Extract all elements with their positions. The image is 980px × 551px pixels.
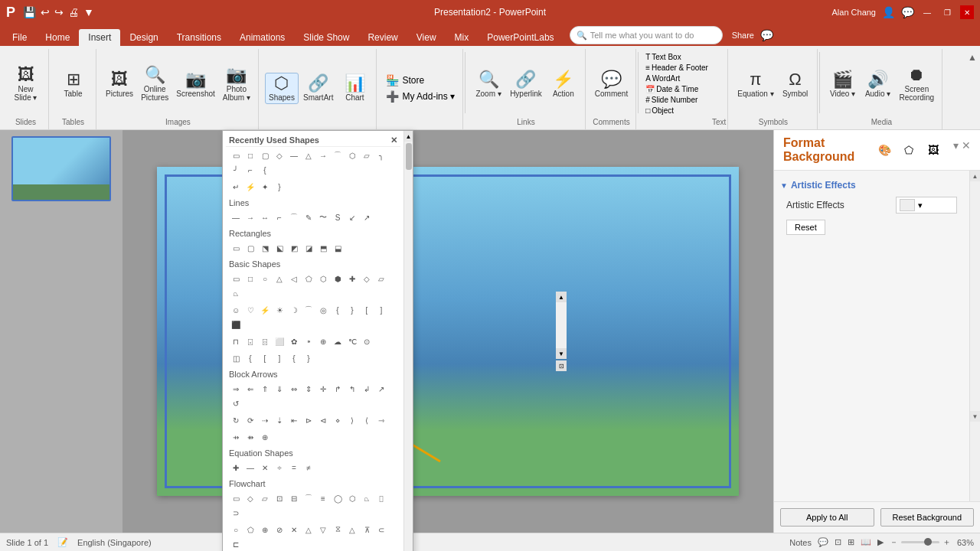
bs-oct[interactable]: ⬢ <box>331 272 345 285</box>
canvas-zoom-fit[interactable]: ⊡ <box>556 360 567 371</box>
eq-equal[interactable]: = <box>287 461 301 474</box>
bs-bracket2[interactable]: ] <box>374 303 388 317</box>
shape-bent[interactable]: ↵ <box>229 180 243 194</box>
new-slide-button[interactable]: 🖼 New Slide ▾ <box>9 65 43 103</box>
line-elbow[interactable]: ⌐ <box>273 210 286 224</box>
bs-arc[interactable]: ⌒ <box>302 303 315 317</box>
canvas-scroll-down[interactable]: ▼ <box>556 348 567 359</box>
tab-design[interactable]: Design <box>120 29 167 46</box>
tell-me-input[interactable]: 🔍 Tell me what you want to do <box>570 26 723 44</box>
format-image-icon[interactable]: 🖼 <box>923 139 944 161</box>
ba-up[interactable]: ⇑ <box>258 382 272 396</box>
fc-stored[interactable]: ⊂ <box>374 523 388 536</box>
ba-misc8[interactable]: ⊲ <box>316 413 330 427</box>
fc-db[interactable]: ⊏ <box>229 537 243 551</box>
bs-cross[interactable]: ✚ <box>345 272 359 285</box>
save-button[interactable]: 💾 <box>21 5 38 20</box>
bs-cylinder[interactable]: ⊓ <box>229 334 243 348</box>
reset-background-button[interactable]: Reset Background <box>880 508 975 527</box>
ba-lr[interactable]: ⇔ <box>287 382 301 396</box>
bs-misc7[interactable]: ☁ <box>331 334 345 348</box>
ba-misc7[interactable]: ⊳ <box>302 413 315 427</box>
bs-bracket1[interactable]: [ <box>360 303 374 317</box>
object-button[interactable]: □ Object <box>643 106 710 116</box>
view-slide-sorter-button[interactable]: ⊞ <box>848 537 854 547</box>
zoom-out-icon[interactable]: － <box>890 536 898 548</box>
table-button[interactable]: ⊞ Table <box>57 70 90 99</box>
zoom-level[interactable]: 63% <box>957 538 974 547</box>
bs-misc10[interactable]: [ <box>258 351 272 365</box>
ba-misc13[interactable]: ⇸ <box>229 430 243 444</box>
fc-summ[interactable]: ✕ <box>287 523 301 536</box>
tab-slideshow[interactable]: Slide Show <box>294 29 358 46</box>
shape-rect[interactable]: ▭ <box>229 148 243 162</box>
video-button[interactable]: 🎬 Video ▾ <box>826 70 860 99</box>
slide-number-button[interactable]: # Slide Number <box>643 95 710 105</box>
bs-circ[interactable]: ○ <box>258 272 272 285</box>
eq-notequal[interactable]: ≠ <box>302 461 315 474</box>
bs-heart[interactable]: ♡ <box>243 303 257 317</box>
shapes-scroll-up[interactable]: ▲ <box>404 131 413 142</box>
bs-sq4[interactable]: } <box>302 351 315 365</box>
line-arrow[interactable]: → <box>243 210 257 224</box>
rect-snip6[interactable]: ⬓ <box>331 241 345 255</box>
line-wave[interactable]: 〜 <box>316 210 330 224</box>
pictures-button[interactable]: 🖼 Pictures <box>103 70 136 99</box>
bs-misc6[interactable]: ⊕ <box>316 334 330 348</box>
shape-bracket[interactable]: { <box>258 163 272 177</box>
bs-tri[interactable]: △ <box>273 272 286 285</box>
bs-smileface[interactable]: ☺ <box>229 303 243 317</box>
ba-bent3[interactable]: ↲ <box>360 382 374 396</box>
shape-misc3[interactable]: ⌐ <box>243 163 257 177</box>
rect-rounded[interactable]: ▢ <box>243 241 257 255</box>
apply-to-all-button[interactable]: Apply to All <box>780 508 874 527</box>
rect-snip4[interactable]: ◪ <box>302 241 315 255</box>
close-button[interactable]: ✕ <box>960 5 974 19</box>
tab-view[interactable]: View <box>407 29 446 46</box>
bs-square[interactable]: ▭ <box>229 272 243 285</box>
ba-down[interactable]: ⇓ <box>273 382 286 396</box>
ba-left[interactable]: ⇐ <box>243 382 257 396</box>
rect-snip1[interactable]: ⬔ <box>258 241 272 255</box>
line-dbl-arrow[interactable]: ↔ <box>258 210 272 224</box>
tab-transitions[interactable]: Transitions <box>168 29 230 46</box>
action-button[interactable]: ⚡ Action <box>547 70 580 99</box>
view-slideshow-button[interactable]: ▶ <box>877 537 884 547</box>
bs-misc8[interactable]: ℃ <box>345 334 359 348</box>
shapes-button[interactable]: ⬡ Shapes <box>265 73 299 104</box>
bs-para[interactable]: ▱ <box>374 272 388 285</box>
fc-conn[interactable]: ○ <box>229 523 243 536</box>
minimize-button[interactable]: — <box>920 5 934 19</box>
shape-star4[interactable]: ✦ <box>258 180 272 194</box>
shape-hex[interactable]: ⬡ <box>345 148 359 162</box>
symbol-button[interactable]: Ω Symbol <box>779 70 812 99</box>
fc-loop[interactable]: ⌷ <box>374 491 388 505</box>
fc-decision[interactable]: ◇ <box>243 491 257 505</box>
tab-animations[interactable]: Animations <box>230 29 294 46</box>
ba-misc15[interactable]: ⊕ <box>258 430 272 444</box>
photo-album-button[interactable]: 📷 Photo Album ▾ <box>220 65 253 103</box>
user-name[interactable]: Alan Chang <box>832 8 877 17</box>
view-reading-button[interactable]: 📖 <box>861 537 871 547</box>
reset-button[interactable]: Reset <box>786 220 825 235</box>
ba-misc9[interactable]: ⋄ <box>331 413 345 427</box>
quick-access-more[interactable]: ▼ <box>82 5 96 20</box>
ba-ud[interactable]: ⇕ <box>302 382 315 396</box>
zoom-slider[interactable]: － ＋ <box>890 536 951 548</box>
smartart-button[interactable]: 🔗 SmartArt <box>300 73 336 103</box>
eq-minus[interactable]: — <box>243 461 257 474</box>
comment-button[interactable]: 💬 Comment <box>592 70 631 99</box>
share-ribbon-button[interactable]: Share <box>732 31 754 40</box>
bs-brace3[interactable]: { <box>243 351 257 365</box>
line-straight[interactable]: — <box>229 210 243 224</box>
bs-rect2[interactable]: □ <box>243 272 257 285</box>
rect-snip2[interactable]: ⬕ <box>273 241 286 255</box>
bs-trap[interactable]: ⏢ <box>229 286 243 300</box>
equation-button[interactable]: π Equation ▾ <box>734 70 776 99</box>
tab-home[interactable]: Home <box>36 29 79 46</box>
format-paint-icon[interactable]: 🎨 <box>874 139 895 161</box>
format-dropdown-arrow[interactable]: ▾ <box>953 139 959 161</box>
ba-misc1[interactable]: ↺ <box>229 396 243 410</box>
bs-donut[interactable]: ◎ <box>316 303 330 317</box>
comments-ribbon-button[interactable]: 💬 <box>760 29 773 41</box>
